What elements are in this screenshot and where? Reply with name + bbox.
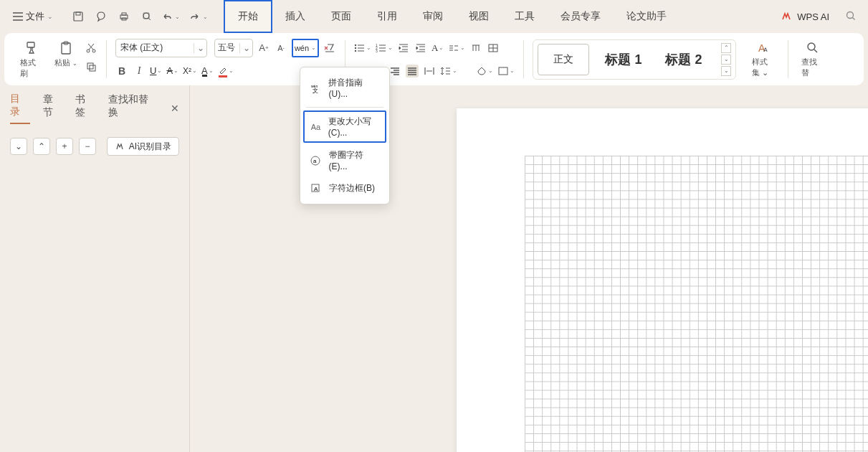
file-label: 文件 bbox=[26, 10, 44, 23]
gallery-down[interactable]: ⌄ bbox=[721, 55, 731, 65]
tab-thesis[interactable]: 论文助手 bbox=[614, 1, 679, 32]
svg-rect-8 bbox=[27, 42, 34, 47]
gallery-up[interactable]: ⌃ bbox=[721, 43, 731, 53]
increase-font-icon[interactable]: A+ bbox=[257, 42, 270, 55]
collapse-up-button[interactable]: ⌃ bbox=[33, 138, 50, 155]
decrease-indent-icon[interactable] bbox=[397, 42, 410, 55]
clear-format-icon[interactable] bbox=[323, 42, 336, 55]
bold-icon[interactable]: B bbox=[115, 65, 128, 77]
char-effects-button[interactable]: wén ⌄ bbox=[292, 39, 319, 57]
shading-icon[interactable]: ⌄ bbox=[476, 66, 493, 76]
char-effects-dropdown: wén文 拼音指南(U)... Aa 更改大小写(C)... a 带圈字符(E)… bbox=[300, 67, 390, 204]
styles-button[interactable]: Aᴀ 样式集 ⌄ bbox=[748, 38, 779, 81]
circled-char-icon: a bbox=[309, 154, 322, 167]
distribute-icon[interactable] bbox=[423, 65, 436, 77]
navigation-pane: 目录 章节 书签 查找和替换 ✕ ⌄ ⌃ + − AI识别目录 bbox=[0, 85, 190, 452]
paste-button[interactable]: 粘贴 ⌄ bbox=[50, 37, 82, 71]
align-justify-icon[interactable] bbox=[406, 65, 419, 77]
redo-dd[interactable]: ⌄ bbox=[203, 14, 208, 20]
ai-toc-button[interactable]: AI识别目录 bbox=[107, 137, 179, 156]
svg-text:ᴀ: ᴀ bbox=[763, 45, 768, 53]
document-area bbox=[190, 85, 868, 452]
svg-point-5 bbox=[143, 13, 149, 19]
chevron-down-icon[interactable]: ⌄ bbox=[239, 43, 252, 53]
ruby-icon[interactable] bbox=[469, 42, 482, 55]
save-icon[interactable] bbox=[72, 10, 85, 23]
page[interactable] bbox=[457, 108, 868, 452]
nav-tab-chapter[interactable]: 章节 bbox=[43, 93, 63, 123]
share-icon[interactable] bbox=[95, 10, 108, 23]
chevron-down-icon[interactable]: ⌄ bbox=[194, 43, 206, 53]
format-painter-button[interactable]: 格式刷 bbox=[16, 37, 47, 82]
svg-rect-22 bbox=[499, 67, 507, 75]
ai-icon bbox=[115, 141, 125, 151]
numbering-icon[interactable]: 123⌄ bbox=[376, 43, 393, 53]
undo-dd[interactable]: ⌄ bbox=[175, 14, 180, 20]
file-menu[interactable]: 文件 ⌄ bbox=[7, 6, 59, 27]
svg-point-16 bbox=[355, 47, 356, 48]
add-button[interactable]: + bbox=[56, 138, 73, 155]
menu-circled[interactable]: a 带圈字符(E)... bbox=[300, 144, 389, 176]
tab-page[interactable]: 页面 bbox=[318, 1, 364, 32]
grid-icon[interactable] bbox=[487, 42, 500, 55]
gallery-more[interactable]: ⌄ bbox=[721, 66, 731, 76]
asian-layout-icon[interactable]: ⌄ bbox=[448, 43, 465, 53]
svg-rect-13 bbox=[87, 63, 93, 69]
cut-icon[interactable] bbox=[85, 42, 97, 55]
font-name-combo[interactable]: 宋体 (正文) ⌄ bbox=[115, 39, 207, 57]
svg-text:A: A bbox=[314, 186, 318, 192]
menu-change-case[interactable]: Aa 更改大小写(C)... bbox=[303, 110, 386, 143]
style-heading1[interactable]: 标题 1 bbox=[598, 44, 649, 75]
text-effects-icon[interactable]: A⌄ bbox=[431, 42, 444, 54]
chevron-down-icon: ⌄ bbox=[47, 13, 53, 20]
menu-pinyin[interactable]: wén文 拼音指南(U)... bbox=[300, 72, 389, 104]
print-icon[interactable] bbox=[118, 10, 130, 23]
expand-down-button[interactable]: ⌄ bbox=[10, 138, 27, 155]
tab-insert[interactable]: 插入 bbox=[272, 1, 318, 32]
style-normal[interactable]: 正文 bbox=[538, 44, 589, 75]
svg-text:3: 3 bbox=[376, 49, 378, 53]
strike-icon[interactable]: A⌄ bbox=[166, 65, 178, 76]
char-border-icon: A bbox=[309, 182, 322, 194]
svg-point-12 bbox=[92, 50, 95, 52]
tab-reference[interactable]: 引用 bbox=[364, 1, 410, 32]
wps-ai-label[interactable]: WPS AI bbox=[797, 11, 829, 22]
change-case-icon: Aa bbox=[310, 121, 321, 133]
bullets-icon[interactable]: ⌄ bbox=[354, 43, 371, 53]
svg-point-17 bbox=[355, 50, 356, 51]
copy-icon[interactable] bbox=[85, 60, 97, 73]
nav-tab-bookmark[interactable]: 书签 bbox=[75, 93, 95, 123]
wps-ai-icon bbox=[781, 11, 791, 22]
svg-rect-0 bbox=[74, 12, 82, 21]
pinyin-icon: wén文 bbox=[309, 82, 321, 95]
nav-tab-find[interactable]: 查找和替换 bbox=[108, 93, 158, 123]
font-size-combo[interactable]: 五号 ⌄ bbox=[214, 39, 253, 57]
font-color-icon[interactable]: A⌄ bbox=[201, 65, 214, 76]
align-right-icon[interactable] bbox=[388, 65, 401, 77]
tab-view[interactable]: 视图 bbox=[456, 1, 502, 32]
highlight-icon[interactable]: ⌄ bbox=[218, 65, 234, 77]
search-icon[interactable] bbox=[845, 10, 857, 24]
close-icon[interactable]: ✕ bbox=[171, 103, 179, 114]
find-replace-button[interactable]: 查找替 bbox=[797, 38, 829, 81]
preview-icon[interactable] bbox=[140, 10, 153, 23]
tab-review[interactable]: 审阅 bbox=[410, 1, 456, 32]
remove-button[interactable]: − bbox=[79, 138, 96, 155]
svg-point-11 bbox=[87, 50, 90, 52]
superscript-icon[interactable]: X²⌄ bbox=[183, 66, 197, 76]
italic-icon[interactable]: I bbox=[133, 65, 146, 77]
svg-rect-1 bbox=[76, 12, 80, 15]
tab-home[interactable]: 开始 bbox=[224, 0, 272, 33]
decrease-font-icon[interactable]: A- bbox=[275, 42, 287, 55]
style-heading2[interactable]: 标题 2 bbox=[658, 44, 710, 75]
line-spacing-icon[interactable]: ⌄ bbox=[440, 66, 457, 76]
increase-indent-icon[interactable] bbox=[414, 42, 427, 55]
menu-char-border[interactable]: A 字符边框(B) bbox=[300, 176, 389, 199]
undo-icon[interactable] bbox=[161, 10, 173, 23]
underline-icon[interactable]: U⌄ bbox=[150, 65, 162, 76]
nav-tab-toc[interactable]: 目录 bbox=[10, 93, 30, 124]
tab-member[interactable]: 会员专享 bbox=[548, 1, 614, 32]
redo-icon[interactable] bbox=[189, 10, 201, 23]
border-icon[interactable]: ⌄ bbox=[497, 66, 515, 76]
tab-tools[interactable]: 工具 bbox=[502, 1, 548, 32]
